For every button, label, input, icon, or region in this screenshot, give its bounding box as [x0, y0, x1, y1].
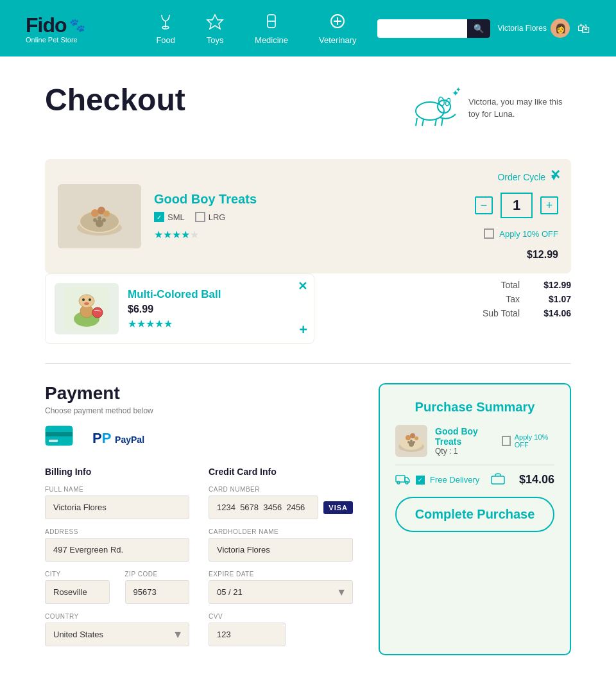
veterinary-nav-label: Veterinary: [319, 35, 357, 45]
delivery-label: Free Delivery: [430, 475, 479, 485]
cardholder-input[interactable]: [209, 538, 353, 562]
qty-increase-button[interactable]: +: [540, 196, 558, 214]
treats-rating: ★★★★★: [154, 228, 417, 241]
dog-illustration: ✦ ✦: [404, 82, 462, 133]
cc-number-row: VISA: [209, 495, 353, 519]
treats-price: $12.99: [527, 249, 558, 261]
payment-title: Payment: [45, 383, 353, 404]
apply-discount[interactable]: Apply 10% OFF: [484, 228, 558, 239]
checkout-title: Checkout: [45, 82, 185, 117]
expire-select[interactable]: 05 / 21: [209, 580, 353, 604]
logo-text: Fido 🐾: [26, 13, 85, 37]
summary-discount-checkbox[interactable]: [502, 436, 511, 446]
summary-delivery-row: ✓ Free Delivery $14.06: [395, 473, 554, 486]
billing-title: Billing Info: [45, 467, 189, 477]
cardholder-group: CARDHOLDER NAME: [209, 528, 353, 562]
svg-point-43: [410, 440, 413, 442]
cart-icon[interactable]: 🛍: [578, 21, 590, 36]
treats-image: [58, 184, 141, 248]
lrg-checkbox[interactable]: [195, 212, 205, 222]
logo-area[interactable]: Fido 🐾 Online Pet Store: [26, 13, 85, 44]
purchase-summary: Purchase Summary: [379, 383, 571, 655]
payment-left: Payment Choose payment method below PP P…: [45, 383, 353, 655]
food-nav-label: Food: [156, 35, 175, 45]
card-number-input[interactable]: [209, 495, 318, 519]
qty-control: − 1 +: [475, 193, 558, 218]
zip-label: ZIP CODE: [125, 571, 190, 578]
search-input[interactable]: [377, 20, 467, 37]
qty-display: 1: [501, 193, 533, 218]
treats-remove-button[interactable]: ✕: [550, 167, 561, 182]
svg-point-31: [79, 295, 94, 307]
summary-item-name: Good Boy Treats: [435, 426, 494, 447]
visa-logo: VISA: [323, 501, 353, 514]
suggestion-text: Victoria, you may like this toy for Luna…: [468, 96, 571, 121]
header-right: 🔍 Victoria Flores 👩 🛍: [377, 19, 590, 38]
order-cycle-label: Order Cycle: [497, 172, 545, 182]
nav-toys[interactable]: Toys: [206, 12, 224, 45]
qty-decrease-button[interactable]: −: [475, 196, 493, 214]
svg-line-14: [435, 119, 436, 126]
zip-input[interactable]: [125, 580, 190, 604]
summary-divider: [395, 465, 554, 465]
complete-purchase-button[interactable]: Complete Purchase: [395, 497, 554, 532]
discount-label: Apply 10% OFF: [499, 229, 558, 239]
ball-price: $6.99: [128, 304, 221, 315]
svg-marker-2: [207, 15, 223, 29]
treats-options: ✓ SML LRG: [154, 212, 417, 222]
cart-section: Good Boy Treats ✓ SML LRG ★★★★★ Order Cy…: [45, 159, 571, 344]
fullname-input[interactable]: [45, 495, 189, 519]
svg-point-32: [82, 298, 85, 301]
card-number-group: CARD NUMBER VISA: [209, 486, 353, 519]
country-label: COUNTRY: [45, 613, 189, 620]
country-select[interactable]: United States: [45, 623, 189, 646]
logo-subtitle: Online Pet Store: [26, 36, 85, 44]
nav-veterinary[interactable]: Veterinary: [319, 12, 357, 45]
credit-card-icon[interactable]: [45, 426, 73, 451]
svg-point-24: [102, 218, 106, 222]
svg-rect-38: [49, 440, 58, 442]
toys-nav-icon: [206, 12, 224, 33]
nav-medicine[interactable]: Medicine: [255, 12, 288, 45]
veterinary-nav-icon: [329, 12, 346, 33]
subtotal-label: Sub Total: [483, 308, 520, 318]
tax-value: $1.07: [539, 294, 571, 304]
paypal-logo[interactable]: PP PayPal: [92, 430, 144, 447]
summary-item-image: [395, 425, 427, 457]
summary-qty: Qty : 1: [435, 447, 494, 456]
fullname-label: FULL NAME: [45, 486, 189, 493]
user-name: Victoria Flores: [498, 24, 547, 33]
city-input[interactable]: [45, 580, 110, 604]
medicine-nav-label: Medicine: [255, 35, 288, 45]
tax-label: Tax: [506, 294, 520, 304]
svg-point-49: [397, 481, 400, 484]
card-number-label: CARD NUMBER: [209, 486, 353, 493]
ball-remove-button[interactable]: ✕: [298, 279, 307, 293]
sml-checkbox[interactable]: ✓: [154, 212, 164, 222]
section-divider: [45, 363, 571, 364]
cvv-input[interactable]: [209, 623, 286, 646]
svg-line-13: [422, 119, 424, 126]
header: Fido 🐾 Online Pet Store Food Toys: [0, 0, 616, 56]
user-avatar: 👩: [551, 19, 570, 38]
nav-food[interactable]: Food: [156, 12, 175, 45]
svg-point-45: [406, 435, 411, 440]
svg-text:✦: ✦: [456, 86, 461, 93]
zip-group: ZIP CODE: [125, 571, 190, 604]
food-nav-icon: [157, 12, 175, 33]
address-input[interactable]: [45, 538, 189, 562]
option-lrg[interactable]: LRG: [195, 212, 226, 222]
expire-group: EXPIRE DATE 05 / 21 ▼: [209, 571, 353, 604]
lrg-label: LRG: [209, 212, 226, 222]
order-cycle-dropdown[interactable]: Order Cycle ▼: [497, 172, 558, 182]
summary-item-details: Good Boy Treats Qty : 1: [435, 426, 494, 456]
svg-line-15: [441, 118, 443, 126]
discount-checkbox[interactable]: [484, 228, 494, 239]
option-sml[interactable]: ✓ SML: [154, 212, 185, 222]
svg-line-12: [416, 118, 417, 126]
ball-add-button[interactable]: +: [299, 322, 307, 338]
city-group: CITY: [45, 571, 110, 604]
payment-section: Payment Choose payment method below PP P…: [45, 383, 571, 655]
user-area[interactable]: Victoria Flores 👩: [498, 19, 570, 38]
search-button[interactable]: 🔍: [467, 19, 490, 38]
